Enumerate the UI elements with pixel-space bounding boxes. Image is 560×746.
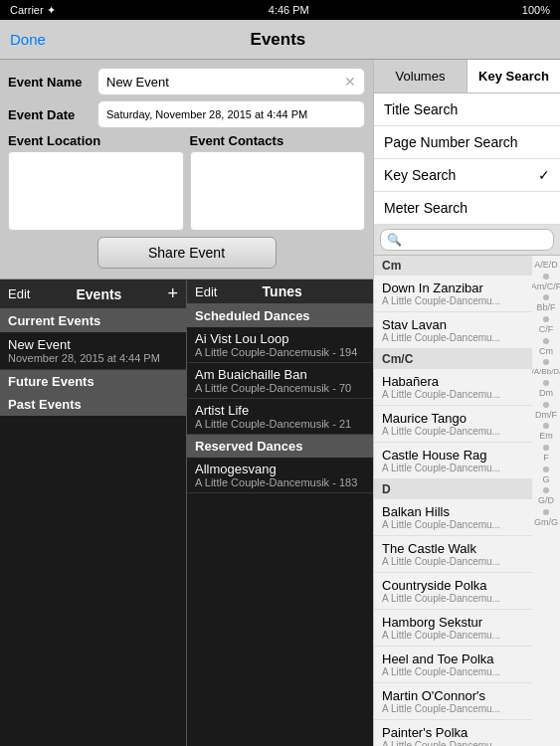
side-key-cm[interactable]: Cm <box>539 346 553 358</box>
clear-icon[interactable]: ✕ <box>344 74 356 90</box>
event-date-label: Event Date <box>8 107 97 122</box>
events-edit-button[interactable]: Edit <box>8 286 30 301</box>
page-number-search-option[interactable]: Page Number Search <box>374 126 560 159</box>
side-key-dabbdf[interactable]: D/A/Bb/D/F <box>532 367 560 377</box>
key-search-option[interactable]: Key Search ✓ <box>374 159 560 192</box>
title-search-option[interactable]: Title Search <box>374 93 560 126</box>
events-list: Edit Events + Current Events New Event N… <box>0 280 187 746</box>
events-title: Events <box>76 286 121 302</box>
side-key-dot <box>543 359 549 365</box>
status-bar: Carrier ✦ 4:46 PM 100% <box>0 0 560 20</box>
side-key-dot <box>543 466 549 472</box>
side-key-gd[interactable]: G/D <box>538 495 554 507</box>
key-item[interactable]: Martin O'Connor's A Little Couple-Dancem… <box>374 683 532 720</box>
event-name-label: Event Name <box>8 75 97 90</box>
tune-item[interactable]: Allmogesvang A Little Couple-Dancemusik … <box>187 458 373 493</box>
tunes-edit-button[interactable]: Edit <box>195 284 217 299</box>
event-name-row: Event Name New Event ✕ <box>8 68 365 95</box>
event-name-input[interactable]: New Event ✕ <box>97 68 365 95</box>
past-events-header: Past Events <box>0 393 186 416</box>
search-options: Title Search Page Number Search Key Sear… <box>374 93 560 225</box>
nav-title: Events <box>251 30 306 50</box>
key-group-header-cm: Cm <box>374 256 532 276</box>
search-icon: 🔍 <box>387 233 402 247</box>
contacts-box[interactable] <box>190 151 366 231</box>
side-key-dot <box>543 380 549 386</box>
key-item[interactable]: Balkan Hills A Little Couple-Dancemu... <box>374 499 532 536</box>
search-bar: 🔍 <box>374 225 560 256</box>
side-key-g[interactable]: G <box>542 474 549 486</box>
tune-item[interactable]: Am Buaichaille Ban A Little Couple-Dance… <box>187 363 373 399</box>
time-text: 4:46 PM <box>269 4 309 16</box>
side-key-dot <box>543 487 549 493</box>
search-input[interactable]: 🔍 <box>380 229 554 251</box>
side-key-f[interactable]: F <box>543 453 549 465</box>
event-date-row: Event Date Saturday, November 28, 2015 a… <box>8 100 365 128</box>
key-item[interactable]: Down In Zanzibar A Little Couple-Dancemu… <box>374 276 532 312</box>
side-key-dm[interactable]: Dm <box>539 388 553 400</box>
side-key-cf[interactable]: C/F <box>539 324 554 336</box>
key-item[interactable]: The Castle Walk A Little Couple-Dancemu.… <box>374 536 532 573</box>
event-item-date: November 28, 2015 at 4:44 PM <box>8 352 178 364</box>
key-item[interactable]: Countryside Polka A Little Couple-Dancem… <box>374 573 532 610</box>
carrier-text: Carrier ✦ <box>10 4 56 17</box>
key-list: Cm Down In Zanzibar A Little Couple-Danc… <box>374 256 560 746</box>
side-key-index: A/E/D Am/C/F Bb/F C/F Cm D/A/Bb/D/F Dm D… <box>532 256 560 746</box>
side-key-amcf[interactable]: Am/C/F <box>532 281 560 293</box>
contacts-label: Event Contacts <box>190 133 366 148</box>
form-area: Event Name New Event ✕ Event Date Saturd… <box>0 60 373 280</box>
bottom-panel: Edit Events + Current Events New Event N… <box>0 280 373 746</box>
current-events-header: Current Events <box>0 309 186 332</box>
event-item-name: New Event <box>8 337 178 352</box>
check-icon: ✓ <box>538 167 550 183</box>
side-key-dot <box>543 294 549 300</box>
key-group-header-cmc: Cm/C <box>374 349 532 369</box>
side-key-gmg[interactable]: Gm/G <box>534 517 558 529</box>
side-key-dot <box>543 423 549 429</box>
future-events-header: Future Events <box>0 370 186 393</box>
key-item[interactable]: Painter's Polka A Little Couple-Dancemu.… <box>374 720 532 746</box>
nav-bar: Done Events <box>0 20 560 60</box>
seg-control: Volumes Key Search <box>374 60 560 93</box>
side-key-dot <box>543 445 549 451</box>
battery-text: 100% <box>522 4 550 16</box>
side-key-aed[interactable]: A/E/D <box>534 260 558 272</box>
location-col: Event Location <box>8 133 184 231</box>
side-key-dmf[interactable]: Dm/F <box>535 410 557 422</box>
event-item[interactable]: New Event November 28, 2015 at 4:44 PM <box>0 332 186 370</box>
location-label: Event Location <box>8 133 184 148</box>
side-key-dot <box>543 509 549 515</box>
right-panel: Volumes Key Search Title Search Page Num… <box>373 60 560 746</box>
form-two-col: Event Location Event Contacts <box>8 133 365 231</box>
events-header: Edit Events + <box>0 280 186 309</box>
tune-item[interactable]: Ai Vist Lou Loop A Little Couple-Dancemu… <box>187 327 373 363</box>
event-date-input[interactable]: Saturday, November 28, 2015 at 4:44 PM <box>97 100 365 128</box>
key-item[interactable]: Heel and Toe Polka A Little Couple-Dance… <box>374 647 532 683</box>
reserved-dances-header: Reserved Dances <box>187 435 373 458</box>
tunes-list: Edit Tunes Scheduled Dances Ai Vist Lou … <box>187 280 373 746</box>
side-key-dot <box>543 274 549 280</box>
seg-volumes[interactable]: Volumes <box>374 60 467 93</box>
contacts-col: Event Contacts <box>190 133 366 231</box>
location-box[interactable] <box>8 151 184 231</box>
seg-key-search[interactable]: Key Search <box>467 60 560 93</box>
side-key-dot <box>543 338 549 344</box>
side-key-dot <box>543 316 549 322</box>
side-key-em[interactable]: Em <box>539 431 553 443</box>
key-item[interactable]: Stav Lavan A Little Couple-Dancemu... <box>374 312 532 349</box>
key-group-header-d: D <box>374 479 532 499</box>
done-button[interactable]: Done <box>10 31 46 48</box>
key-item[interactable]: Castle House Rag A Little Couple-Dancemu… <box>374 443 532 479</box>
tunes-header: Edit Tunes <box>187 280 373 304</box>
scheduled-dances-header: Scheduled Dances <box>187 304 373 327</box>
key-item[interactable]: Maurice Tango A Little Couple-Dancemu... <box>374 406 532 443</box>
key-item[interactable]: Habañera A Little Couple-Dancemu... <box>374 369 532 406</box>
side-key-dot <box>543 402 549 408</box>
side-key-bbf[interactable]: Bb/F <box>536 302 555 314</box>
events-add-button[interactable]: + <box>167 283 178 304</box>
share-event-button[interactable]: Share Event <box>97 237 277 269</box>
tune-item[interactable]: Artist Life A Little Couple-Dancemusik -… <box>187 399 373 435</box>
meter-search-option[interactable]: Meter Search <box>374 192 560 224</box>
key-items-list: Cm Down In Zanzibar A Little Couple-Danc… <box>374 256 532 746</box>
key-item[interactable]: Hamborg Sekstur A Little Couple-Dancemu.… <box>374 610 532 647</box>
